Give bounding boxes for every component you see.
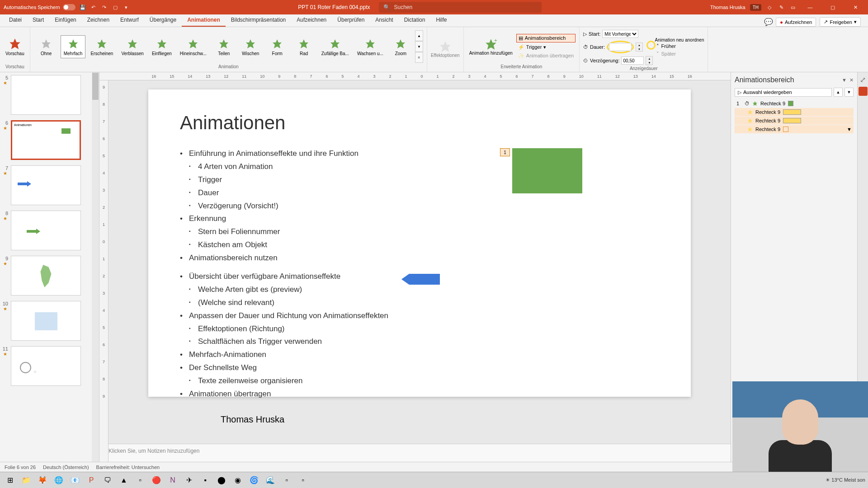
present-icon[interactable]: ▢ [112,4,119,11]
preview-button[interactable]: Vorschau [4,36,26,58]
gallery-down[interactable]: ▼ [415,41,423,52]
add-animation-button[interactable]: + Animation hinzufügen [467,36,514,57]
tab-einfügen[interactable]: Einfügen [49,14,81,27]
close-button[interactable]: ✕ [846,0,864,14]
app-icon[interactable]: 🗨 [100,473,115,488]
anim-list-item-3[interactable]: Rechteck 9▼ [735,125,854,133]
app2-icon[interactable]: ▫ [133,473,147,488]
thumbnail-10[interactable]: 10★ [0,298,99,343]
thumbnail-9[interactable]: 9★ [0,253,99,298]
animation-teilen[interactable]: Teilen [212,35,236,58]
start-button[interactable]: ⊞ [3,473,17,488]
anim-list-item-1[interactable]: Rechteck 9 [735,108,854,116]
animation-einfliegen[interactable]: Einfliegen [149,35,175,58]
animation-ohne[interactable]: Ohne [34,35,59,58]
tab-datei[interactable]: Datei [4,14,27,27]
editor-scrollbar[interactable] [723,89,731,426]
tab-ansicht[interactable]: Ansicht [370,14,398,27]
animation-form[interactable]: Form [265,35,290,58]
play-selection-button[interactable]: ▷Auswahl wiedergeben [735,88,832,97]
chevron-down-icon[interactable]: ▼ [842,77,847,83]
slide[interactable]: Animationen 1 Einführung in Animationsef… [148,89,691,397]
duration-spinner[interactable]: ▲▼ [636,42,643,52]
tab-übergänge[interactable]: Übergänge [144,14,182,27]
save-icon[interactable]: 💾 [79,4,86,11]
powerpoint-icon[interactable]: P [84,473,99,488]
undo-icon[interactable]: ↶ [90,4,97,11]
tab-hilfe[interactable]: Hilfe [430,14,452,27]
thumbnail-5[interactable]: 5★ [0,72,99,117]
autosave-toggle[interactable]: Automatisches Speichern [4,4,75,10]
thumbnail-7[interactable]: 7★ [0,163,99,208]
earlier-button[interactable]: ˄Früher [655,42,704,50]
tab-entwurf[interactable]: Entwurf [115,14,144,27]
anim-list-item-2[interactable]: Rechteck 9 [735,117,854,125]
slide-content[interactable]: Einführung in Animationseffekte und ihre… [180,147,659,401]
thumbnail-6[interactable]: 6★Animationen [0,117,99,163]
language-indicator[interactable]: Deutsch (Österreich) [43,465,89,470]
animation-zuflligeba[interactable]: Zufällige Ba... [318,35,352,58]
thumbnail-panel[interactable]: 5★6★Animationen7★8★9★10★11★♡ [0,72,99,462]
app5-icon[interactable]: ◉ [231,473,245,488]
maximize-button[interactable]: ▢ [824,0,842,14]
move-down-button[interactable]: ▼ [844,88,854,97]
duration-input[interactable] [609,43,632,51]
tab-zeichnen[interactable]: Zeichnen [82,14,115,27]
animation-verblassen[interactable]: Verblassen [118,35,146,58]
app7-icon[interactable]: ▫ [279,473,294,488]
diamond-icon[interactable]: ◇ [766,4,773,11]
tab-überprüfen[interactable]: Überprüfen [332,14,370,27]
tab-animationen[interactable]: Animationen [182,14,226,27]
accessibility-check[interactable]: Barrierefreiheit: Untersuchen [96,465,160,470]
move-up-button[interactable]: ▲ [834,88,843,97]
animation-wachsenu[interactable]: Wachsen u... [354,35,387,58]
notes-input[interactable]: Klicken Sie, um Notizen hinzuzufügen [99,444,731,462]
search-input[interactable]: 🔍 Suchen [379,2,542,13]
animation-wischen[interactable]: Wischen [238,35,263,58]
side-tab-button[interactable] [859,87,868,96]
expand-icon[interactable]: ⤢ [859,76,867,83]
author-text[interactable]: Thomas Hruska [221,414,659,425]
record-button[interactable]: ●Aufzeichnen [776,18,816,27]
trigger-button[interactable]: ⚡Trigger▾ [516,43,576,51]
user-name[interactable]: Thomas Hruska [710,5,745,10]
tab-start[interactable]: Start [27,14,49,27]
animation-mehrfach[interactable]: Mehrfach [61,35,86,58]
comments-icon[interactable]: 💬 [765,19,772,26]
explorer-icon[interactable]: 📁 [19,473,33,488]
gallery-more[interactable]: ≡ [415,52,423,63]
app6-icon[interactable]: 🌀 [247,473,261,488]
anim-list-item-0[interactable]: 1⏱Rechteck 9 [735,99,854,108]
tab-aufzeichnen[interactable]: Aufzeichnen [291,14,332,27]
obs-icon[interactable]: ⬤ [214,473,229,488]
chrome-icon[interactable]: 🌐 [52,473,66,488]
window-icon[interactable]: ▭ [789,4,797,11]
minimize-button[interactable]: — [801,0,819,14]
animation-rad[interactable]: Rad [292,35,316,58]
delay-input[interactable] [621,56,644,65]
telegram-icon[interactable]: ✈ [182,473,196,488]
filename[interactable]: PPT 01 Roter Faden 004.pptx [298,4,370,10]
dropdown-icon[interactable]: ▾ [123,4,130,11]
thumbnail-8[interactable]: 8★ [0,208,99,253]
animation-hineinschw[interactable]: Hineinschw... [177,35,210,58]
app8-icon[interactable]: ▫ [296,473,310,488]
close-pane-icon[interactable]: ✕ [849,77,854,83]
delay-spinner[interactable]: ▲▼ [646,56,653,65]
weather-widget[interactable]: ☀ 13°C Meist son [826,477,865,483]
tab-bildschirmpräsentation[interactable]: Bildschirmpräsentation [226,14,291,27]
tab-dictation[interactable]: Dictation [399,14,431,27]
animation-pane-button[interactable]: ▤Animationsbereich [516,34,576,42]
vlc-icon[interactable]: ▲ [117,473,131,488]
thumb-scrollbar[interactable] [92,72,99,462]
start-select[interactable]: Mit Vorheriger [602,30,638,38]
animation-erscheinen[interactable]: Erscheinen [87,35,116,58]
app4-icon[interactable]: ▪ [198,473,212,488]
thumbnail-11[interactable]: 11★♡ [0,343,99,389]
slide-canvas[interactable]: Animationen 1 Einführung in Animationsef… [108,80,731,444]
animation-zoom[interactable]: Zoom [388,35,413,58]
share-button[interactable]: ↗Freigeben▾ [820,17,861,27]
pen-icon[interactable]: ✎ [778,4,785,11]
firefox-icon[interactable]: 🦊 [35,473,50,488]
redo-icon[interactable]: ↷ [101,4,108,11]
